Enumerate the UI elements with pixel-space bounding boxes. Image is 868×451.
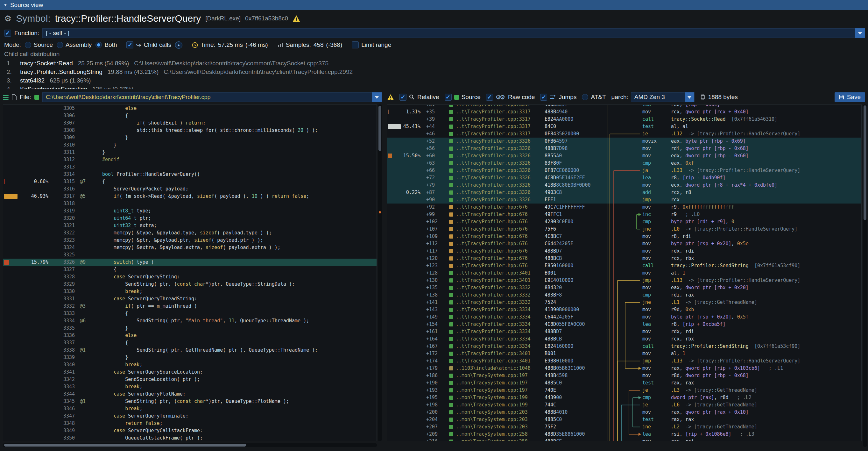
source-line[interactable]: 3305 else: [3, 105, 376, 112]
asm-row[interactable]: +72..t\TracyProfiler.cpp:33264C8D05F146F…: [387, 174, 861, 182]
source-line[interactable]: 3341 case ServerQuerySourceLocation:: [3, 368, 376, 376]
asm-source-location[interactable]: ..t\TracyProfiler.cpp:3326: [449, 167, 545, 174]
asm-source-location[interactable]: ..t\TracyProfiler.hpp:676: [449, 211, 545, 218]
asm-row[interactable]: +56..t\TracyProfiler.cpp:3326488B7D98mov…: [387, 145, 861, 152]
asm-row[interactable]: +198..mon\TracySystem.cpp:199744Cje.L6 -…: [387, 401, 861, 409]
source-line[interactable]: 3329 SendString( ptr, (const char*)ptr, …: [3, 280, 376, 288]
raw-code-toggle[interactable]: ⚙⚙ Raw code: [486, 94, 535, 101]
chevron-down-icon[interactable]: [685, 92, 694, 102]
up-circle-button[interactable]: ▲: [175, 41, 182, 49]
asm-source-location[interactable]: ..mon\TracySystem.cpp:258: [449, 431, 545, 438]
asm-source-location[interactable]: ..t\TracyProfiler.hpp:676: [449, 255, 545, 262]
asm-source-location[interactable]: ..t\TracyProfiler.cpp:3317: [449, 116, 545, 123]
asm-row[interactable]: +39..t\TracyProfiler.cpp:3317E824AA0000c…: [387, 116, 861, 123]
source-line[interactable]: 3350 QueueCallstackFrame( ptr );: [3, 434, 376, 441]
asm-source-location[interactable]: ..t\TracyProfiler.cpp:3326: [449, 138, 545, 145]
asm-row[interactable]: +172..t\TracyProfiler.cpp:3401B001moval,…: [387, 350, 861, 357]
asm-source-location[interactable]: ..t\TracyProfiler.cpp:3317: [449, 104, 545, 108]
att-radio[interactable]: [582, 94, 588, 100]
asm-source-location[interactable]: ..t\TracyProfiler.hpp:676: [449, 262, 545, 269]
asm-row[interactable]: +130..t\TracyProfiler.cpp:3401E9E4010000…: [387, 277, 861, 284]
asm-source-location[interactable]: ..mon\TracySystem.cpp:197: [449, 387, 545, 394]
source-line[interactable]: 3328 case ServerQueryString:: [3, 273, 376, 280]
asm-source-location[interactable]: ..t\TracyProfiler.cpp:3334: [449, 328, 545, 335]
asm-source-location[interactable]: ..t\TracyProfiler.cpp:3317: [449, 108, 545, 116]
asm-row[interactable]: +52..t\TracyProfiler.cpp:33260FB64597mov…: [387, 138, 861, 145]
source-line[interactable]: 3346 break;: [3, 405, 376, 413]
asm-row[interactable]: +46..t\TracyProfiler.cpp:33170F843502000…: [387, 130, 861, 138]
asm-source-location[interactable]: ..t\TracyProfiler.cpp:3334: [449, 335, 545, 343]
chevron-down-icon[interactable]: [372, 92, 382, 102]
function-combo[interactable]: [ - self - ]: [42, 28, 865, 38]
raw-code-checkbox[interactable]: [486, 94, 493, 101]
asm-source-location[interactable]: ..mon\TracySystem.cpp:203: [449, 409, 545, 416]
mode-option-both[interactable]: Both: [95, 41, 117, 49]
asm-row[interactable]: +209..mon\TracySystem.cpp:258488D35E8861…: [387, 431, 861, 438]
asm-source-location[interactable]: ..t\TracyProfiler.cpp:3317: [449, 130, 545, 138]
asm-source-location[interactable]: ..t\TracyProfiler.hpp:676: [449, 226, 545, 233]
source-line[interactable]: 3347 case ServerQueryTerminate:: [3, 413, 376, 420]
source-line[interactable]: 3344 case ServerQueryPlotName:: [3, 390, 376, 398]
asm-row[interactable]: +204..mon\TracySystem.cpp:2034885C0testr…: [387, 416, 861, 423]
asm-row[interactable]: +109..t\TracyProfiler.hpp:6764C8BC7movr8…: [387, 233, 861, 240]
asm-source-location[interactable]: ..t\TracyProfiler.cpp:3317: [449, 123, 545, 130]
asm-source-location[interactable]: ..mon\TracySystem.cpp:197: [449, 372, 545, 379]
scrollbar-thumb[interactable]: [4, 444, 246, 447]
source-line[interactable]: 46.93%3317@5 if( !m_sock->Read( &payload…: [3, 193, 376, 200]
source-line[interactable]: 3327 {: [3, 266, 376, 273]
asm-source-location[interactable]: ..t\TracyProfiler.cpp:3401: [449, 357, 545, 365]
source-line[interactable]: 3323 memcpy( &ptr, &payload.ptr, sizeof(…: [3, 237, 376, 244]
asm-source-location[interactable]: ..t\TracyProfiler.hpp:676: [449, 218, 545, 226]
asm-source-location[interactable]: ..mon\TracySystem.cpp:199: [449, 401, 545, 409]
jumps-toggle[interactable]: Jumps: [540, 94, 577, 101]
asm-row[interactable]: +63..t\TracyProfiler.cpp:332683F80Fcmpea…: [387, 159, 861, 167]
asm-row[interactable]: +102..t\TracyProfiler.hpp:67642803C0F00c…: [387, 218, 861, 226]
asm-source-location[interactable]: ..mon\TracySystem.cpp:199: [449, 394, 545, 401]
asm-source-location[interactable]: ..t\TracyProfiler.cpp:3401: [449, 350, 545, 357]
child-call-item[interactable]: 3.stat64i32625 μs (1.36%): [4, 76, 864, 85]
child-call-item[interactable]: 2.tracy::Profiler::SendLongString19.88 m…: [4, 67, 864, 76]
asm-row[interactable]: +190..mon\TracySystem.cpp:1974885C0testr…: [387, 379, 861, 387]
asm-source-location[interactable]: ..t\TracyProfiler.cpp:3332: [449, 292, 545, 299]
asm-source-location[interactable]: ..t\TracyProfiler.cpp:3326: [449, 182, 545, 189]
asm-source-location[interactable]: ..t\TracyProfiler.cpp:3334: [449, 306, 545, 313]
asm-source-location[interactable]: ..t\TracyProfiler.cpp:3326: [449, 159, 545, 167]
source-line[interactable]: 3345@1 SendString( ptr, (const char*)ptr…: [3, 398, 376, 405]
asm-source-location[interactable]: ..t\TracyProfiler.hpp:676: [449, 247, 545, 255]
asm-row[interactable]: +66..t\TracyProfiler.cpp:33260F87CE06000…: [387, 167, 861, 174]
source-line[interactable]: 3325: [3, 251, 376, 259]
relative-checkbox[interactable]: [400, 94, 406, 101]
source-line[interactable]: 3332@3 if( ptr == m_mainThread ): [3, 303, 376, 310]
asm-row[interactable]: +193..mon\TracySystem.cpp:197740Eje.L3 -…: [387, 387, 861, 394]
source-line[interactable]: 3322 memcpy( &type, &payload.type, sizeo…: [3, 229, 376, 237]
asm-row[interactable]: +79..t\TracyProfiler.cpp:3326418B8C80E0B…: [387, 182, 861, 189]
source-line[interactable]: 3308 std::this_thread::sleep_for( std::c…: [3, 127, 376, 134]
radio-both[interactable]: [95, 42, 102, 48]
asm-row[interactable]: +216..mon\TracySystem.cpp:258488BCEmovrc…: [387, 438, 861, 441]
source-line[interactable]: 3342 SendSourceLocation( ptr );: [3, 376, 376, 383]
source-line[interactable]: 3348 return false;: [3, 420, 376, 427]
asm-row[interactable]: +200..mon\TracySystem.cpp:203488B4010mov…: [387, 409, 861, 416]
source-line[interactable]: 3313: [3, 163, 376, 171]
limit-range-checkbox[interactable]: [352, 41, 359, 49]
source-line[interactable]: 3331 case ServerQueryThreadString:: [3, 295, 376, 303]
source-line[interactable]: 3309 }: [3, 134, 376, 142]
source-line[interactable]: 3310 }: [3, 142, 376, 149]
asm-row[interactable]: 1.31%+35..t\TracyProfiler.cpp:3317488B49…: [387, 108, 861, 116]
asm-source-location[interactable]: ..t\TracyProfiler.cpp:3332: [449, 284, 545, 292]
relative-toggle[interactable]: Relative: [400, 94, 439, 101]
asm-row[interactable]: +123..t\TracyProfiler.hpp:676E850160000c…: [387, 262, 861, 269]
child-calls-checkbox[interactable]: [126, 41, 133, 49]
asm-row[interactable]: 45.41%+44..t\TracyProfiler.cpp:331784C0t…: [387, 123, 861, 130]
uarch-combo[interactable]: AMD Zen 3: [631, 92, 694, 102]
asm-source-location[interactable]: ..mon\TracySystem.cpp:258: [449, 438, 545, 441]
source-line[interactable]: 3306 {: [3, 112, 376, 119]
asm-row[interactable]: +174..t\TracyProfiler.cpp:3401E9B8010000…: [387, 357, 861, 365]
asm-row[interactable]: +195..mon\TracySystem.cpp:199443900cmpdw…: [387, 394, 861, 401]
save-button[interactable]: Save: [835, 92, 865, 102]
source-line[interactable]: 3312#endif: [3, 156, 376, 163]
source-line[interactable]: 3314bool Profiler::HandleServerQuery(): [3, 171, 376, 178]
source-line[interactable]: 3307 if( shouldExit ) return;: [3, 119, 376, 127]
asm-row[interactable]: +161..t\TracyProfiler.cpp:3334488BD7movr…: [387, 328, 861, 335]
scrollbar-thumb[interactable]: [378, 106, 381, 151]
